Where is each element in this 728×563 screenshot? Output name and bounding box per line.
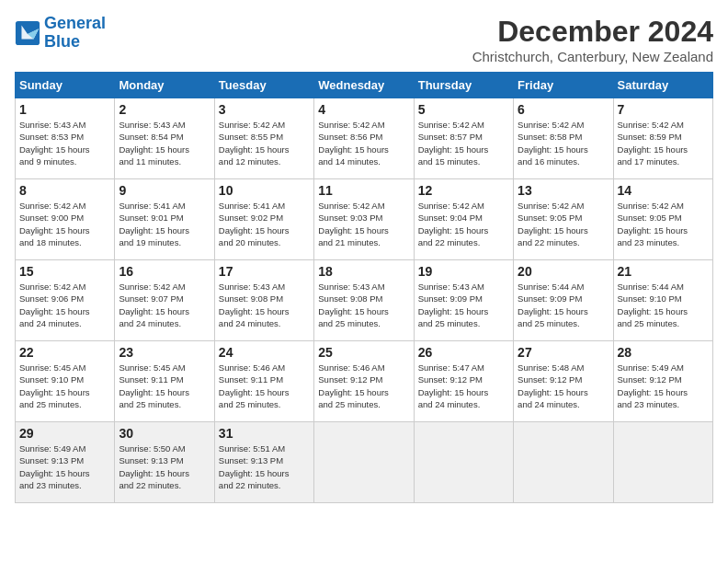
header: General Blue December 2024 Christchurch,… <box>15 15 713 64</box>
day-number: 20 <box>518 264 609 279</box>
calendar-cell: 14 Sunrise: 5:42 AM Sunset: 9:05 PM Dayl… <box>613 179 712 260</box>
calendar-cell: 27 Sunrise: 5:48 AM Sunset: 9:12 PM Dayl… <box>514 341 613 422</box>
calendar-cell: 24 Sunrise: 5:46 AM Sunset: 9:11 PM Dayl… <box>214 341 313 422</box>
calendar-cell: 16 Sunrise: 5:42 AM Sunset: 9:07 PM Dayl… <box>115 260 214 341</box>
day-info: Sunrise: 5:51 AM Sunset: 9:13 PM Dayligh… <box>219 442 310 491</box>
weekday-header-row: SundayMondayTuesdayWednesdayThursdayFrid… <box>16 73 713 98</box>
day-number: 31 <box>219 426 310 441</box>
day-number: 12 <box>418 183 509 198</box>
weekday-header-monday: Monday <box>115 73 214 98</box>
day-info: Sunrise: 5:46 AM Sunset: 9:12 PM Dayligh… <box>318 362 409 410</box>
calendar-cell: 18 Sunrise: 5:43 AM Sunset: 9:08 PM Dayl… <box>314 260 414 341</box>
calendar-cell: 11 Sunrise: 5:42 AM Sunset: 9:03 PM Dayl… <box>314 179 414 260</box>
day-number: 1 <box>19 102 110 117</box>
day-number: 17 <box>219 264 310 279</box>
week-row-5: 29 Sunrise: 5:49 AM Sunset: 9:13 PM Dayl… <box>16 422 713 503</box>
calendar-cell: 5 Sunrise: 5:42 AM Sunset: 8:57 PM Dayli… <box>414 98 513 179</box>
calendar-cell: 28 Sunrise: 5:49 AM Sunset: 9:12 PM Dayl… <box>613 341 712 422</box>
week-row-4: 22 Sunrise: 5:45 AM Sunset: 9:10 PM Dayl… <box>16 341 713 422</box>
weekday-header-sunday: Sunday <box>16 73 115 98</box>
day-info: Sunrise: 5:42 AM Sunset: 9:04 PM Dayligh… <box>418 200 509 248</box>
day-number: 19 <box>418 264 509 279</box>
calendar-cell: 9 Sunrise: 5:41 AM Sunset: 9:01 PM Dayli… <box>115 179 214 260</box>
day-info: Sunrise: 5:42 AM Sunset: 8:59 PM Dayligh… <box>618 119 709 167</box>
day-info: Sunrise: 5:42 AM Sunset: 8:58 PM Dayligh… <box>518 119 609 167</box>
logo-text: General Blue <box>44 15 106 52</box>
calendar-cell: 30 Sunrise: 5:50 AM Sunset: 9:13 PM Dayl… <box>115 422 214 503</box>
weekday-header-wednesday: Wednesday <box>314 73 414 98</box>
day-info: Sunrise: 5:42 AM Sunset: 9:03 PM Dayligh… <box>318 200 409 248</box>
day-info: Sunrise: 5:43 AM Sunset: 8:54 PM Dayligh… <box>119 119 210 167</box>
calendar-cell: 13 Sunrise: 5:42 AM Sunset: 9:05 PM Dayl… <box>514 179 613 260</box>
day-info: Sunrise: 5:44 AM Sunset: 9:09 PM Dayligh… <box>518 281 609 329</box>
day-info: Sunrise: 5:47 AM Sunset: 9:12 PM Dayligh… <box>418 362 509 410</box>
day-number: 2 <box>119 102 210 117</box>
day-number: 27 <box>518 345 609 360</box>
day-info: Sunrise: 5:41 AM Sunset: 9:02 PM Dayligh… <box>219 200 310 248</box>
calendar-cell <box>613 422 712 503</box>
calendar-cell: 22 Sunrise: 5:45 AM Sunset: 9:10 PM Dayl… <box>16 341 115 422</box>
day-number: 6 <box>518 102 609 117</box>
week-row-1: 1 Sunrise: 5:43 AM Sunset: 8:53 PM Dayli… <box>16 98 713 179</box>
day-info: Sunrise: 5:44 AM Sunset: 9:10 PM Dayligh… <box>618 281 709 329</box>
calendar-cell: 31 Sunrise: 5:51 AM Sunset: 9:13 PM Dayl… <box>214 422 313 503</box>
calendar-cell: 21 Sunrise: 5:44 AM Sunset: 9:10 PM Dayl… <box>613 260 712 341</box>
calendar-table: SundayMondayTuesdayWednesdayThursdayFrid… <box>15 72 713 503</box>
calendar-cell: 10 Sunrise: 5:41 AM Sunset: 9:02 PM Dayl… <box>214 179 313 260</box>
week-row-2: 8 Sunrise: 5:42 AM Sunset: 9:00 PM Dayli… <box>16 179 713 260</box>
day-number: 22 <box>19 345 110 360</box>
day-info: Sunrise: 5:49 AM Sunset: 9:13 PM Dayligh… <box>19 442 110 491</box>
calendar-cell: 7 Sunrise: 5:42 AM Sunset: 8:59 PM Dayli… <box>613 98 712 179</box>
weekday-header-friday: Friday <box>514 73 613 98</box>
day-number: 5 <box>418 102 509 117</box>
day-info: Sunrise: 5:45 AM Sunset: 9:10 PM Dayligh… <box>19 362 110 410</box>
day-number: 24 <box>219 345 310 360</box>
day-info: Sunrise: 5:42 AM Sunset: 9:00 PM Dayligh… <box>19 200 110 248</box>
day-number: 9 <box>119 183 210 198</box>
calendar-cell: 23 Sunrise: 5:45 AM Sunset: 9:11 PM Dayl… <box>115 341 214 422</box>
day-number: 25 <box>318 345 409 360</box>
calendar-cell: 15 Sunrise: 5:42 AM Sunset: 9:06 PM Dayl… <box>16 260 115 341</box>
calendar-cell: 3 Sunrise: 5:42 AM Sunset: 8:55 PM Dayli… <box>214 98 313 179</box>
calendar-cell: 26 Sunrise: 5:47 AM Sunset: 9:12 PM Dayl… <box>414 341 513 422</box>
day-number: 21 <box>618 264 709 279</box>
day-info: Sunrise: 5:46 AM Sunset: 9:11 PM Dayligh… <box>219 362 310 410</box>
calendar-cell: 1 Sunrise: 5:43 AM Sunset: 8:53 PM Dayli… <box>16 98 115 179</box>
day-info: Sunrise: 5:48 AM Sunset: 9:12 PM Dayligh… <box>518 362 609 410</box>
week-row-3: 15 Sunrise: 5:42 AM Sunset: 9:06 PM Dayl… <box>16 260 713 341</box>
logo: General Blue <box>15 15 106 52</box>
day-number: 8 <box>19 183 110 198</box>
day-number: 28 <box>618 345 709 360</box>
day-info: Sunrise: 5:42 AM Sunset: 9:07 PM Dayligh… <box>119 281 210 329</box>
day-number: 14 <box>618 183 709 198</box>
day-info: Sunrise: 5:43 AM Sunset: 9:09 PM Dayligh… <box>418 281 509 329</box>
day-number: 3 <box>219 102 310 117</box>
day-info: Sunrise: 5:42 AM Sunset: 9:05 PM Dayligh… <box>518 200 609 248</box>
day-info: Sunrise: 5:41 AM Sunset: 9:01 PM Dayligh… <box>119 200 210 248</box>
day-number: 29 <box>19 426 110 441</box>
day-info: Sunrise: 5:42 AM Sunset: 9:06 PM Dayligh… <box>19 281 110 329</box>
calendar-cell <box>514 422 613 503</box>
month-title: December 2024 <box>472 15 713 49</box>
day-number: 18 <box>318 264 409 279</box>
day-number: 13 <box>518 183 609 198</box>
day-number: 4 <box>318 102 409 117</box>
calendar-cell: 2 Sunrise: 5:43 AM Sunset: 8:54 PM Dayli… <box>115 98 214 179</box>
calendar-cell: 29 Sunrise: 5:49 AM Sunset: 9:13 PM Dayl… <box>16 422 115 503</box>
calendar-cell <box>314 422 414 503</box>
day-info: Sunrise: 5:50 AM Sunset: 9:13 PM Dayligh… <box>119 442 210 491</box>
weekday-header-tuesday: Tuesday <box>214 73 313 98</box>
location-subtitle: Christchurch, Canterbury, New Zealand <box>472 49 713 64</box>
calendar-cell: 20 Sunrise: 5:44 AM Sunset: 9:09 PM Dayl… <box>514 260 613 341</box>
day-info: Sunrise: 5:43 AM Sunset: 9:08 PM Dayligh… <box>219 281 310 329</box>
day-number: 15 <box>19 264 110 279</box>
calendar-cell: 6 Sunrise: 5:42 AM Sunset: 8:58 PM Dayli… <box>514 98 613 179</box>
day-info: Sunrise: 5:42 AM Sunset: 9:05 PM Dayligh… <box>618 200 709 248</box>
day-info: Sunrise: 5:43 AM Sunset: 8:53 PM Dayligh… <box>19 119 110 167</box>
day-number: 16 <box>119 264 210 279</box>
day-number: 30 <box>119 426 210 441</box>
day-info: Sunrise: 5:43 AM Sunset: 9:08 PM Dayligh… <box>318 281 409 329</box>
day-info: Sunrise: 5:42 AM Sunset: 8:57 PM Dayligh… <box>418 119 509 167</box>
logo-icon <box>15 20 40 46</box>
day-number: 11 <box>318 183 409 198</box>
